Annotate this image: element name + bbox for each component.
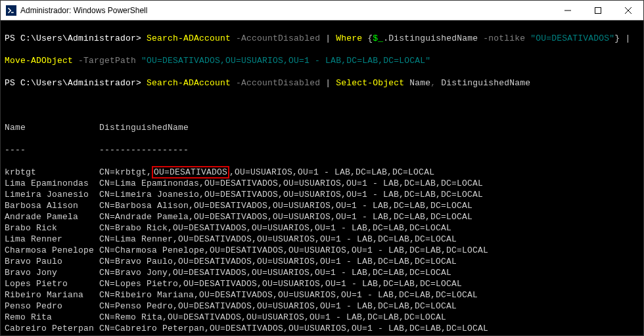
row-name: Cabreiro Peterpan <box>5 324 99 333</box>
highlight-box: OU=DESATIVADOS <box>152 166 229 178</box>
table-row: Remo Rita CN=Remo Rita,OU=DESATIVADOS,OU… <box>5 312 639 323</box>
row-dn: CN=Remo Rita,OU=DESATIVADOS,OU=USUARIOS,… <box>99 312 446 322</box>
row-dn-post: ,OU=USUARIOS,OU=1 - LAB,DC=LAB,DC=LOCAL <box>229 167 434 177</box>
row-name: Lima Epaminondas <box>5 178 99 188</box>
table-row: Lopes Pietro CN=Lopes Pietro,OU=DESATIVA… <box>5 278 639 289</box>
row-name: Lima Renner <box>5 234 99 244</box>
row-name: Brabo Rick <box>5 223 99 233</box>
row-dn: CN=Lopes Pietro,OU=DESATIVADOS,OU=USUARI… <box>99 279 462 289</box>
row-dn: CN=Lima Renner,OU=DESATIVADOS,OU=USUARIO… <box>99 234 457 244</box>
row-dn: CN=Bravo Paulo,OU=DESATIVADOS,OU=USUARIO… <box>99 257 457 266</box>
table-row: Andrade Pamela CN=Andrade Pamela,OU=DESA… <box>5 211 639 222</box>
powershell-window: Administrador: Windows PowerShell PS C:\… <box>0 0 644 336</box>
svg-rect-2 <box>595 7 601 13</box>
row-name: Remo Rita <box>5 312 99 322</box>
table-row: krbtgt CN=krbtgt,OU=DESATIVADOS,OU=USUAR… <box>5 167 639 178</box>
row-name: Ribeiro Mariana <box>5 290 99 300</box>
row-name: Charmosa Penelope <box>5 245 99 255</box>
maximize-button[interactable] <box>583 1 613 20</box>
row-dn: CN=Ribeiro Mariana,OU=DESATIVADOS,OU=USU… <box>99 290 478 300</box>
row-dn: CN=Andrade Pamela,OU=DESATIVADOS,OU=USUA… <box>99 212 472 222</box>
row-name: Bravo Jony <box>5 268 99 278</box>
row-dn: CN=Bravo Jony,OU=DESATIVADOS,OU=USUARIOS… <box>99 268 451 278</box>
row-name: Limeira Joanesio <box>5 190 99 200</box>
row-dn-pre: CN=krbtgt, <box>99 167 152 177</box>
row-name: krbtgt <box>5 167 99 177</box>
console-output[interactable]: PS C:\Users\Administrador> Search-ADAcco… <box>1 20 643 335</box>
row-name: Andrade Pamela <box>5 212 99 222</box>
table-row: Penso Pedro CN=Penso Pedro,OU=DESATIVADO… <box>5 301 639 312</box>
minimize-button[interactable] <box>553 1 583 20</box>
table-header-underline: ---- ----------------- <box>5 144 639 156</box>
row-name: Bravo Paulo <box>5 257 99 266</box>
row-dn: CN=Penso Pedro,OU=DESATIVADOS,OU=USUARIO… <box>99 301 457 311</box>
row-dn: CN=Brabo Rick,OU=DESATIVADOS,OU=USUARIOS… <box>99 223 451 233</box>
table-row: Amui Max CN=Amui Max,OU=DESATIVADOS,OU=U… <box>5 334 639 335</box>
table-row: Bravo Paulo CN=Bravo Paulo,OU=DESATIVADO… <box>5 256 639 267</box>
table-row: Charmosa Penelope CN=Charmosa Penelope,O… <box>5 245 639 256</box>
row-dn: CN=Barbosa Alison,OU=DESATIVADOS,OU=USUA… <box>99 201 472 211</box>
table-row: Limeira Joanesio CN=Limeira Joanesio,OU=… <box>5 189 639 200</box>
table-row: Lima Epaminondas CN=Lima Epaminondas,OU=… <box>5 178 639 189</box>
row-name: Barbosa Alison <box>5 201 99 211</box>
table-row: Brabo Rick CN=Brabo Rick,OU=DESATIVADOS,… <box>5 222 639 234</box>
row-dn: CN=Cabreiro Peterpan,OU=DESATIVADOS,OU=U… <box>99 324 488 333</box>
window-title: Administrador: Windows PowerShell <box>20 6 553 15</box>
table-row: Bravo Jony CN=Bravo Jony,OU=DESATIVADOS,… <box>5 267 639 278</box>
titlebar[interactable]: Administrador: Windows PowerShell <box>1 1 643 20</box>
table-row: Lima Renner CN=Lima Renner,OU=DESATIVADO… <box>5 234 639 245</box>
window-controls <box>553 1 643 20</box>
close-button[interactable] <box>613 1 643 20</box>
row-dn: CN=Limeira Joanesio,OU=DESATIVADOS,OU=US… <box>99 190 483 200</box>
row-name: Penso Pedro <box>5 301 99 311</box>
table-header: Name DistinguishedName <box>5 122 639 133</box>
row-dn: CN=Charmosa Penelope,OU=DESATIVADOS,OU=U… <box>99 245 488 255</box>
row-dn: CN=Amui Max,OU=DESATIVADOS,OU=USUARIOS,O… <box>99 335 441 335</box>
cmd-line-2: Move-ADObject -TargetPath "OU=DESATIVADO… <box>5 55 639 66</box>
cmd-line-3: PS C:\Users\Administrador> Search-ADAcco… <box>5 77 639 89</box>
row-name: Amui Max <box>5 335 99 335</box>
row-name: Lopes Pietro <box>5 279 99 289</box>
table-row: Ribeiro Mariana CN=Ribeiro Mariana,OU=DE… <box>5 289 639 301</box>
table-row: Cabreiro Peterpan CN=Cabreiro Peterpan,O… <box>5 323 639 334</box>
table-row: Barbosa Alison CN=Barbosa Alison,OU=DESA… <box>5 200 639 211</box>
powershell-icon <box>6 5 16 16</box>
cmd-line-1: PS C:\Users\Administrador> Search-ADAcco… <box>5 33 639 44</box>
row-dn: CN=Lima Epaminondas,OU=DESATIVADOS,OU=US… <box>99 178 483 188</box>
